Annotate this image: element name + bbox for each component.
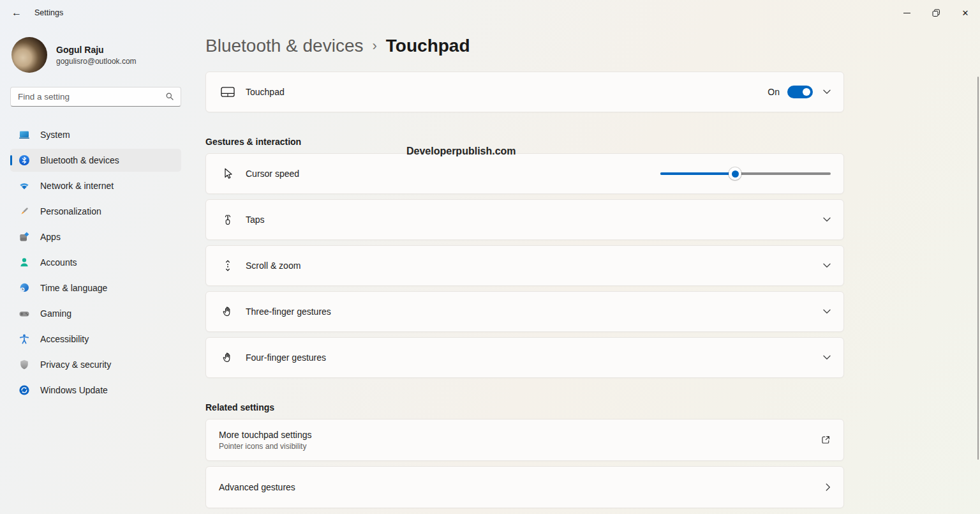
- chevron-down-icon[interactable]: [823, 89, 831, 94]
- external-link-icon: [820, 435, 831, 445]
- profile-card[interactable]: Gogul Raju gogulisro@outlook.com: [11, 37, 181, 73]
- section-header-gestures: Gestures & interaction: [205, 137, 844, 147]
- cursor-icon: [220, 167, 235, 180]
- four-finger-gestures-card[interactable]: Four-finger gestures: [205, 337, 844, 378]
- touchpad-label: Touchpad: [246, 87, 285, 97]
- back-arrow-icon: ←: [11, 7, 22, 19]
- profile-name: Gogul Raju: [56, 45, 137, 55]
- minimize-icon: [903, 13, 910, 13]
- system-icon: [19, 129, 30, 140]
- scroll-icon: [220, 259, 235, 272]
- slider-fill: [660, 172, 735, 175]
- three-finger-label: Three-finger gestures: [246, 306, 331, 317]
- sidebar-item-personalization[interactable]: Personalization: [10, 200, 181, 223]
- advanced-gestures-card[interactable]: Advanced gestures: [205, 466, 844, 508]
- chevron-down-icon[interactable]: [823, 263, 831, 268]
- breadcrumb-parent[interactable]: Bluetooth & devices: [205, 36, 364, 56]
- scroll-zoom-card[interactable]: Scroll & zoom: [205, 245, 844, 286]
- search-box: [10, 87, 181, 107]
- chevron-right-icon: [826, 483, 831, 491]
- back-button[interactable]: ←: [6, 3, 27, 23]
- hand-icon: [220, 305, 235, 318]
- three-finger-gestures-card[interactable]: Three-finger gestures: [205, 291, 844, 332]
- sidebar-nav: System Bluetooth & devices Network & int…: [10, 123, 181, 402]
- sidebar-item-accessibility[interactable]: Accessibility: [10, 328, 181, 351]
- accounts-icon: [19, 257, 30, 268]
- sidebar-item-system[interactable]: System: [10, 123, 181, 146]
- slider-knob[interactable]: [729, 167, 741, 180]
- taps-card[interactable]: Taps: [205, 199, 844, 240]
- scroll-zoom-label: Scroll & zoom: [246, 261, 301, 271]
- sidebar-item-windows-update[interactable]: Windows Update: [10, 379, 181, 402]
- sidebar-item-label: Network & internet: [40, 181, 114, 191]
- sidebar-item-label: System: [40, 130, 70, 140]
- more-settings-subtitle: Pointer icons and visibility: [219, 442, 312, 451]
- chevron-down-icon[interactable]: [823, 309, 831, 314]
- minimize-button[interactable]: [892, 0, 921, 26]
- more-settings-title: More touchpad settings: [219, 430, 312, 440]
- restore-button[interactable]: [921, 0, 951, 26]
- sidebar-item-privacy-security[interactable]: Privacy & security: [10, 353, 181, 376]
- page-title: Touchpad: [386, 36, 470, 56]
- sidebar-item-label: Bluetooth & devices: [40, 155, 119, 165]
- sidebar-item-label: Privacy & security: [40, 359, 111, 370]
- touchpad-toggle-card[interactable]: Touchpad On: [205, 72, 844, 112]
- touchpad-toggle[interactable]: [787, 86, 813, 98]
- sidebar-item-apps[interactable]: Apps: [10, 225, 181, 248]
- avatar: [11, 37, 47, 73]
- sidebar-item-bluetooth-devices[interactable]: Bluetooth & devices: [10, 149, 181, 172]
- advanced-gestures-label: Advanced gestures: [219, 482, 295, 492]
- sidebar-item-label: Windows Update: [40, 385, 108, 395]
- bluetooth-icon: [19, 155, 30, 166]
- touchpad-icon: [220, 86, 235, 98]
- breadcrumb: Bluetooth & devices › Touchpad: [205, 36, 844, 63]
- app-title: Settings: [34, 8, 63, 17]
- sidebar-item-label: Time & language: [40, 283, 107, 293]
- toggle-knob: [803, 88, 810, 96]
- sidebar-item-gaming[interactable]: Gaming: [10, 302, 181, 325]
- chevron-down-icon[interactable]: [823, 355, 831, 360]
- close-icon: ✕: [962, 9, 969, 17]
- accessibility-icon: [19, 333, 30, 345]
- search-icon: [165, 91, 175, 104]
- cursor-speed-card: Cursor speed: [205, 153, 844, 194]
- profile-email: gogulisro@outlook.com: [56, 57, 137, 66]
- main-panel: Developerpublish.com Bluetooth & devices…: [191, 26, 980, 514]
- search-input[interactable]: [10, 87, 181, 107]
- sidebar-item-label: Personalization: [40, 206, 101, 216]
- section-header-related: Related settings: [205, 402, 844, 412]
- chevron-down-icon[interactable]: [823, 217, 831, 222]
- sidebar-item-label: Accounts: [40, 257, 77, 268]
- sidebar-item-label: Gaming: [40, 308, 71, 319]
- cursor-speed-label: Cursor speed: [246, 169, 299, 179]
- time-language-icon: [19, 282, 30, 294]
- titlebar: ← Settings ✕: [0, 0, 980, 26]
- windows-update-icon: [19, 384, 30, 396]
- personalization-icon: [19, 206, 30, 217]
- close-button[interactable]: ✕: [951, 0, 980, 26]
- cursor-speed-slider[interactable]: [660, 167, 831, 180]
- four-finger-label: Four-finger gestures: [246, 352, 326, 363]
- window-controls: ✕: [892, 0, 980, 26]
- sidebar-item-network-internet[interactable]: Network & internet: [10, 174, 181, 197]
- watermark-text: Developerpublish.com: [406, 146, 516, 157]
- selection-indicator: [10, 155, 12, 165]
- breadcrumb-separator-icon: ›: [373, 38, 377, 54]
- sidebar-item-label: Apps: [40, 232, 61, 242]
- tap-icon: [220, 213, 235, 226]
- sidebar-item-accounts[interactable]: Accounts: [10, 251, 181, 274]
- sidebar-item-time-language[interactable]: Time & language: [10, 276, 181, 299]
- gaming-icon: [19, 308, 30, 319]
- hand-icon: [220, 351, 235, 364]
- toggle-state-label: On: [768, 87, 780, 97]
- network-icon: [19, 180, 30, 192]
- scrollbar-thumb[interactable]: [977, 77, 979, 460]
- sidebar-item-label: Accessibility: [40, 334, 89, 344]
- privacy-icon: [19, 359, 30, 370]
- taps-label: Taps: [246, 215, 265, 225]
- more-touchpad-settings-card[interactable]: More touchpad settings Pointer icons and…: [205, 419, 844, 461]
- apps-icon: [19, 231, 30, 243]
- sidebar: Gogul Raju gogulisro@outlook.com System: [0, 26, 191, 514]
- restore-icon: [932, 9, 940, 17]
